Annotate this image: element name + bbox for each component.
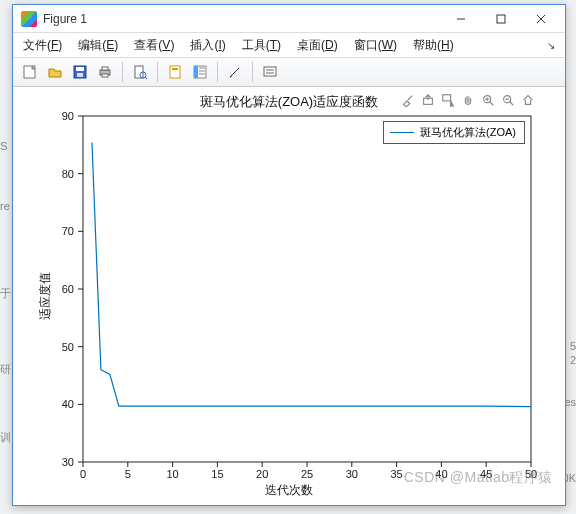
chart-svg: 30405060708090 05101520253035404550 xyxy=(13,87,565,505)
link-button[interactable] xyxy=(164,61,186,83)
data-tips-button[interactable] xyxy=(259,61,281,83)
y-axis-label: 适应度值 xyxy=(37,272,54,320)
svg-text:30: 30 xyxy=(62,456,74,468)
legend-line-icon xyxy=(390,132,414,133)
svg-text:0: 0 xyxy=(80,468,86,480)
menu-view[interactable]: 查看(V) xyxy=(128,35,180,56)
new-figure-button[interactable] xyxy=(19,61,41,83)
svg-text:40: 40 xyxy=(62,398,74,410)
open-button[interactable] xyxy=(44,61,66,83)
svg-text:15: 15 xyxy=(211,468,223,480)
svg-text:90: 90 xyxy=(62,110,74,122)
svg-rect-3 xyxy=(76,67,84,71)
menu-insert[interactable]: 插入(I) xyxy=(184,35,231,56)
matlab-logo-icon xyxy=(21,11,37,27)
svg-text:5: 5 xyxy=(125,468,131,480)
window-title: Figure 1 xyxy=(43,12,441,26)
toolbar-separator xyxy=(122,62,123,82)
svg-text:20: 20 xyxy=(256,468,268,480)
svg-text:35: 35 xyxy=(390,468,402,480)
menu-edit[interactable]: 编辑(E) xyxy=(72,35,124,56)
svg-text:30: 30 xyxy=(346,468,358,480)
menu-tools[interactable]: 工具(T) xyxy=(236,35,287,56)
x-axis-label: 迭代次数 xyxy=(13,482,565,499)
maximize-button[interactable] xyxy=(481,7,521,31)
toolbar-separator xyxy=(217,62,218,82)
svg-text:60: 60 xyxy=(62,283,74,295)
svg-rect-0 xyxy=(497,15,505,23)
legend[interactable]: 斑马优化算法(ZOA) xyxy=(383,121,525,144)
insert-colorbar-button[interactable] xyxy=(189,61,211,83)
svg-text:10: 10 xyxy=(166,468,178,480)
svg-rect-11 xyxy=(172,68,178,70)
svg-text:50: 50 xyxy=(525,468,537,480)
close-button[interactable] xyxy=(521,7,561,31)
print-button[interactable] xyxy=(94,61,116,83)
titlebar: Figure 1 xyxy=(13,5,565,33)
menu-file[interactable]: 文件(F) xyxy=(17,35,68,56)
save-button[interactable] xyxy=(69,61,91,83)
svg-text:50: 50 xyxy=(62,341,74,353)
figure-toolbar xyxy=(13,57,565,87)
menu-window[interactable]: 窗口(W) xyxy=(348,35,403,56)
toolbar-separator xyxy=(252,62,253,82)
svg-rect-14 xyxy=(264,67,276,76)
svg-text:45: 45 xyxy=(480,468,492,480)
menu-help[interactable]: 帮助(H) xyxy=(407,35,460,56)
toolbar-separator xyxy=(157,62,158,82)
menubar: 文件(F) 编辑(E) 查看(V) 插入(I) 工具(T) 桌面(D) 窗口(W… xyxy=(13,33,565,57)
print-preview-button[interactable] xyxy=(129,61,151,83)
menu-desktop[interactable]: 桌面(D) xyxy=(291,35,344,56)
svg-rect-10 xyxy=(170,66,180,78)
figure-window: Figure 1 文件(F) 编辑(E) 查看(V) 插入(I) 工具(T) 桌… xyxy=(12,4,566,506)
svg-text:70: 70 xyxy=(62,225,74,237)
svg-text:80: 80 xyxy=(62,168,74,180)
svg-rect-13 xyxy=(194,66,198,78)
svg-text:25: 25 xyxy=(301,468,313,480)
svg-text:40: 40 xyxy=(435,468,447,480)
minimize-button[interactable] xyxy=(441,7,481,31)
menubar-overflow-icon[interactable]: ↘ xyxy=(541,40,561,51)
axes-area[interactable]: 斑马优化算法(ZOA)适应度函数 30405060708090 05101520… xyxy=(13,87,565,505)
legend-entry-label: 斑马优化算法(ZOA) xyxy=(420,125,516,140)
svg-rect-6 xyxy=(102,67,108,70)
edit-plot-button[interactable] xyxy=(224,61,246,83)
svg-rect-7 xyxy=(102,74,108,77)
svg-rect-19 xyxy=(83,116,531,462)
svg-rect-4 xyxy=(77,73,83,77)
